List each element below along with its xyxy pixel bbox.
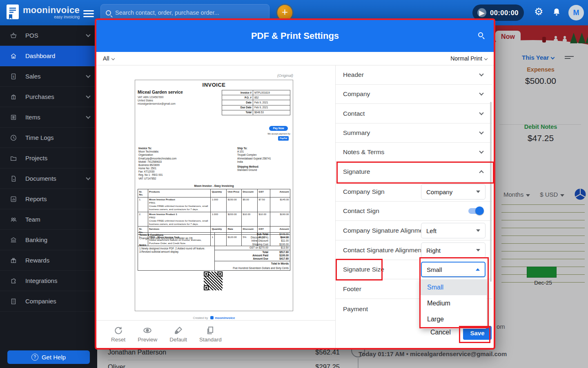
reset-icon (114, 326, 123, 335)
ship-to-block: Ship To:A 101 Tirupati Complex Ahmedabaa… (237, 147, 290, 164)
chevron-up-icon (479, 170, 483, 175)
contact-signature-alignment-select[interactable]: Right (421, 242, 486, 258)
filter-all-dropdown[interactable]: All (103, 55, 114, 62)
chevron-down-icon (86, 114, 90, 119)
sidebar-item-label: Reports (25, 195, 90, 202)
chevron-down-icon (476, 249, 480, 251)
invoice-copy-type: (Original) (135, 73, 293, 78)
invoice-title: INVOICE (138, 82, 290, 89)
section-summary[interactable]: Summary (336, 123, 492, 143)
reports-chart-icon (10, 195, 17, 203)
section-contact[interactable]: Contact (336, 104, 492, 123)
chevron-down-icon (86, 175, 90, 180)
items-list-icon (10, 114, 17, 121)
preview-button[interactable]: Preview (138, 326, 157, 343)
sidebar-item-label: Integrations (25, 277, 90, 284)
sidebar-item-label: Items (25, 114, 78, 121)
sidebar-nav: POS Dashboard $ Sales $ Purchases Items … (0, 25, 97, 368)
companies-building-icon (10, 298, 17, 305)
invoice-meta-table: Invoice #MTPL001619 P.O. #852 DateFeb 9,… (222, 90, 290, 115)
option-large[interactable]: Large (421, 311, 487, 327)
reset-button[interactable]: Reset (111, 326, 125, 343)
chevron-down-icon (484, 57, 488, 60)
app-logo[interactable]: mooninvoice easy invoicing (7, 4, 80, 19)
section-header[interactable]: Header (336, 65, 492, 85)
chevron-down-icon (476, 191, 480, 193)
hamburger-menu-icon[interactable] (83, 9, 94, 19)
cancel-button[interactable]: Cancel (430, 329, 451, 336)
integrations-puzzle-icon (10, 277, 17, 285)
sidebar-item-documents[interactable]: Documents (0, 168, 97, 189)
signature-size-row: Signature Size Small (336, 260, 492, 279)
svg-text:$: $ (13, 96, 14, 99)
option-small[interactable]: Small (421, 279, 487, 295)
pay-now-button[interactable]: Pay Now (269, 126, 288, 131)
search-icon[interactable] (478, 32, 483, 37)
scrollbar[interactable] (490, 102, 492, 282)
mooninvoice-mini-logo-icon (210, 316, 214, 319)
sidebar-item-label: POS (25, 32, 78, 39)
get-help-button[interactable]: ? Get Help (7, 350, 90, 364)
default-brush-icon (174, 326, 183, 335)
sidebar-item-banking[interactable]: Banking (0, 230, 97, 250)
contact-signature-alignment-row: Contact Signature Alignment Right (336, 241, 492, 260)
chevron-down-icon (479, 110, 483, 115)
print-mode-dropdown[interactable]: Normal Print (450, 55, 487, 62)
company-sign-select[interactable]: Company (421, 184, 486, 200)
shipping-method-block: Shipping Method:Standard Ground (237, 165, 290, 172)
sidebar-item-reports[interactable]: Reports (0, 189, 97, 209)
invoice-totals: Terms & Conditions Changes and new funct… (138, 232, 290, 271)
sidebar-item-companies[interactable]: Companies (0, 291, 97, 312)
play-icon[interactable]: ▶ (477, 8, 486, 17)
brand-subtitle: easy invoicing (23, 15, 80, 19)
notifications-bell-icon[interactable] (552, 7, 561, 18)
documents-file-icon (10, 175, 17, 182)
sidebar-item-items[interactable]: Items (0, 107, 97, 128)
sidebar-item-pos[interactable]: POS (0, 25, 97, 46)
chevron-down-icon (86, 32, 90, 37)
timer-value: 00:00:00 (490, 9, 519, 17)
sidebar-item-integrations[interactable]: Integrations (0, 271, 97, 291)
sidebar-item-label: Projects (25, 155, 90, 162)
chevron-down-icon (479, 91, 483, 95)
sidebar-item-label: Team (25, 216, 90, 223)
settings-gear-icon[interactable]: ⚙ (534, 6, 543, 18)
section-notes-terms[interactable]: Notes & Terms (336, 143, 492, 162)
sidebar-item-label: Documents (25, 175, 78, 182)
sidebar-item-team[interactable]: Team (0, 209, 97, 230)
search-icon (106, 10, 111, 16)
sidebar-item-label: Rewards (25, 257, 90, 264)
default-button[interactable]: Default (169, 326, 187, 343)
sidebar-item-time-logs[interactable]: Time Logs (0, 128, 97, 148)
standard-doc-icon (206, 326, 215, 335)
option-medium[interactable]: Medium (421, 295, 487, 311)
invoice-tagline: Moon Invoice - Easy Invoicing (135, 184, 293, 188)
standard-button[interactable]: Standard (199, 326, 222, 343)
sidebar-item-dashboard[interactable]: Dashboard (0, 46, 97, 66)
signature-size-select[interactable]: Small (421, 262, 486, 277)
sidebar-item-label: Companies (25, 298, 90, 305)
dialog-title: PDF & Print Settings (251, 31, 339, 41)
sidebar-item-purchases[interactable]: $ Purchases (0, 87, 97, 107)
search-input[interactable] (115, 9, 264, 16)
chevron-down-icon (479, 72, 483, 76)
chevron-down-icon (479, 130, 483, 134)
contact-sign-toggle[interactable] (468, 208, 483, 214)
sidebar-item-label: Time Logs (25, 134, 90, 141)
svg-text:$: $ (13, 74, 14, 78)
table-row: 1. Moon Invoice ProductPR01Create FREE u… (138, 197, 290, 212)
team-users-icon (10, 216, 17, 223)
chevron-down-icon (86, 94, 90, 98)
purchases-bag-icon: $ (10, 93, 17, 101)
sales-invoice-icon: $ (10, 73, 17, 80)
get-help-label: Get Help (42, 354, 66, 361)
sidebar-item-rewards[interactable]: Rewards (0, 250, 97, 271)
section-signature[interactable]: Signature (336, 162, 492, 182)
sidebar-item-projects[interactable]: Projects (0, 148, 97, 168)
pdf-print-settings-dialog: PDF & Print Settings All Normal Print (O… (95, 18, 495, 350)
brand-name: mooninvoice (23, 5, 80, 15)
user-avatar[interactable]: M (568, 5, 584, 20)
section-company[interactable]: Company (336, 85, 492, 104)
sidebar-item-sales[interactable]: $ Sales (0, 66, 97, 87)
company-signature-alignment-select[interactable]: Left (421, 223, 486, 238)
